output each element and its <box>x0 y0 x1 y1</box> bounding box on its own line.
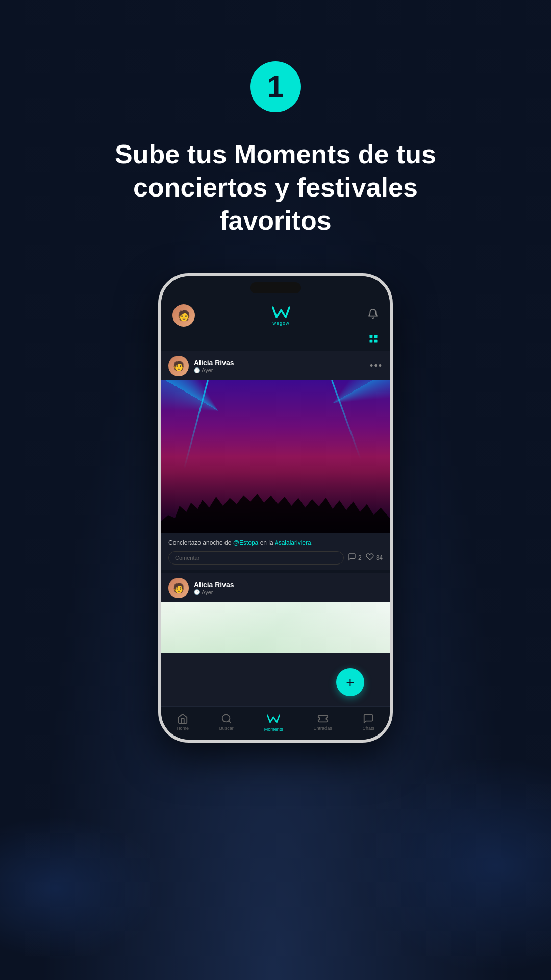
nav-item-moments[interactable]: Moments <box>264 712 283 732</box>
post-avatar-1[interactable]: 🧑 <box>168 356 189 376</box>
post-card-1: 🧑 Alicia Rivas 🕐 Ayer <box>161 351 390 570</box>
wegow-icon <box>272 305 290 320</box>
nav-item-chats[interactable]: Chats <box>363 713 375 731</box>
user-avatar[interactable]: 🧑 <box>172 304 195 327</box>
post-username-1: Alicia Rivas <box>194 359 234 367</box>
step-number: 1 <box>267 71 284 102</box>
hashtag-sala[interactable]: #salalariviera <box>275 539 311 546</box>
comment-icon <box>348 553 356 563</box>
mention-estopa[interactable]: @Estopa <box>233 539 259 546</box>
step-badge: 1 <box>250 61 301 112</box>
post-caption-1: Conciertazo anoche de @Estopa en la #sal… <box>168 538 383 547</box>
concert-image-1 <box>161 380 390 533</box>
post-time-2: 🕐 Ayer <box>194 589 234 595</box>
grid-view-icon[interactable] <box>368 334 379 347</box>
home-icon <box>177 713 188 724</box>
wegow-logo: wegow <box>272 305 290 326</box>
svg-rect-0 <box>370 335 373 338</box>
ticket-icon <box>317 713 329 724</box>
post-user-details-1: Alicia Rivas 🕐 Ayer <box>194 359 234 373</box>
like-count-group[interactable]: 34 <box>366 553 383 563</box>
post-header-1: 🧑 Alicia Rivas 🕐 Ayer <box>161 351 390 380</box>
grid-icon-bar <box>161 332 390 351</box>
nav-label-buscar: Buscar <box>219 726 234 731</box>
comment-input-1[interactable]: Comentar <box>168 551 344 565</box>
clock-icon-1: 🕐 <box>194 368 200 373</box>
phone-screen: 🧑 wegow <box>161 276 390 740</box>
post-user-info-2: 🧑 Alicia Rivas 🕐 Ayer <box>168 578 234 598</box>
post-header-2: 🧑 Alicia Rivas 🕐 Ayer <box>161 573 390 602</box>
headline-line1: Sube tus Moments de tus <box>115 139 436 169</box>
headline: Sube tus Moments de tus conciertos y fes… <box>59 138 492 237</box>
nav-item-home[interactable]: Home <box>177 713 189 731</box>
chats-icon <box>363 713 374 724</box>
svg-rect-2 <box>370 340 373 343</box>
post-avatar-2[interactable]: 🧑 <box>168 578 189 598</box>
post-card-2: 🧑 Alicia Rivas 🕐 Ayer <box>161 573 390 706</box>
post-more-button-1[interactable]: ••• <box>370 361 383 372</box>
post-preview-image-2 <box>161 602 390 653</box>
svg-line-5 <box>229 721 231 723</box>
notification-bell-icon[interactable] <box>367 308 379 323</box>
phone-mockup: 🧑 wegow <box>158 273 393 743</box>
post-actions-1: Comentar 2 <box>168 551 383 565</box>
moments-icon <box>267 712 280 725</box>
like-icon <box>366 553 374 563</box>
post-user-info-1: 🧑 Alicia Rivas 🕐 Ayer <box>168 356 234 376</box>
nav-label-home: Home <box>177 726 189 731</box>
fab-add-button[interactable]: + <box>336 668 364 696</box>
bottom-navigation: Home Buscar Moments <box>161 706 390 740</box>
nav-item-entradas[interactable]: Entradas <box>314 713 332 731</box>
post-user-details-2: Alicia Rivas 🕐 Ayer <box>194 581 234 595</box>
post-footer-1: Conciertazo anoche de @Estopa en la #sal… <box>161 533 390 570</box>
nav-label-chats: Chats <box>363 726 375 731</box>
like-count: 34 <box>376 554 383 561</box>
nav-label-entradas: Entradas <box>314 726 332 731</box>
search-icon <box>221 713 232 724</box>
phone-frame: 🧑 wegow <box>158 273 393 743</box>
post-time-1: 🕐 Ayer <box>194 367 234 373</box>
comment-count-group[interactable]: 2 <box>348 553 362 563</box>
svg-rect-3 <box>374 340 378 343</box>
comment-count: 2 <box>358 554 362 561</box>
nav-item-buscar[interactable]: Buscar <box>219 713 234 731</box>
phone-notch <box>250 282 301 293</box>
wegow-text: wegow <box>272 321 289 326</box>
post-username-2: Alicia Rivas <box>194 581 234 589</box>
headline-line2: conciertos y festivales favoritos <box>133 173 418 235</box>
nav-label-moments: Moments <box>264 727 283 732</box>
clock-icon-2: 🕐 <box>194 589 200 595</box>
feed: 🧑 Alicia Rivas 🕐 Ayer <box>161 351 390 706</box>
svg-rect-1 <box>374 335 378 338</box>
page-content: 1 Sube tus Moments de tus conciertos y f… <box>0 0 551 980</box>
